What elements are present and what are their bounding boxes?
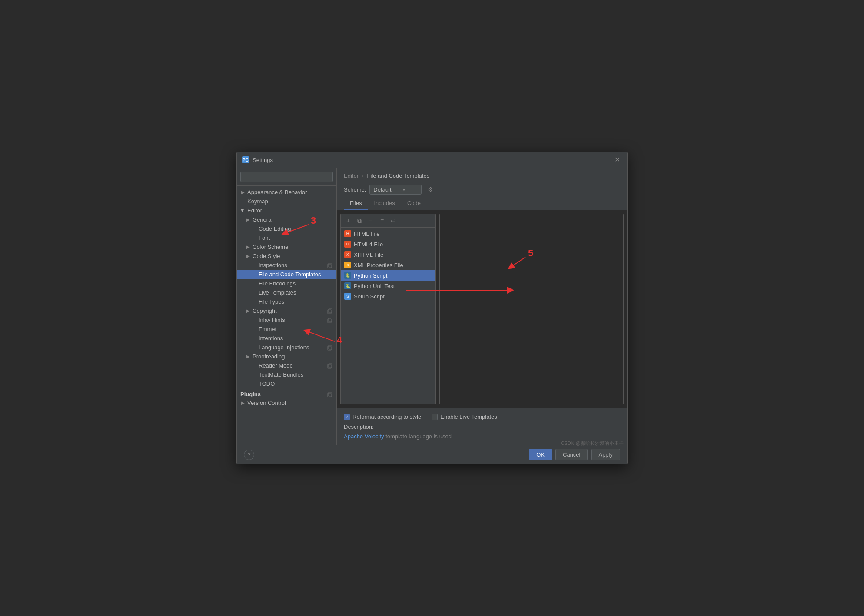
editor-panel[interactable] <box>439 214 624 404</box>
copy-icon <box>327 344 333 351</box>
breadcrumb-parent: Editor <box>344 172 359 179</box>
reformat-checkbox-item[interactable]: Reformat according to style <box>344 414 421 420</box>
sidebar-item-font[interactable]: Font <box>237 233 336 242</box>
sidebar-item-label: Plugins <box>240 391 327 397</box>
sidebar-item-general[interactable]: ▶ General <box>237 215 336 224</box>
spacer <box>252 226 257 232</box>
description-text: Apache Velocity template language is use… <box>344 433 452 440</box>
close-button[interactable]: ✕ <box>613 156 622 164</box>
reformat-checkbox[interactable] <box>344 414 350 420</box>
sidebar-item-todo[interactable]: TODO <box>237 379 336 388</box>
sidebar-item-intentions[interactable]: Intentions <box>237 334 336 343</box>
list-item[interactable]: X XML Properties File <box>341 260 435 270</box>
content-area: + ⧉ − ≡ ↩ H HTML File H HTML4 Fil <box>337 210 627 408</box>
tab-code[interactable]: Code <box>401 197 427 210</box>
sidebar-item-inspections[interactable]: Inspections <box>237 261 336 270</box>
sidebar-item-label: Language Injections <box>259 344 327 351</box>
sidebar-item-proofreading[interactable]: ▶ Proofreading <box>237 352 336 361</box>
sidebar-item-label: Reader Mode <box>259 362 327 369</box>
spacer <box>252 318 257 323</box>
sidebar-item-copyright[interactable]: ▶ Copyright <box>237 306 336 315</box>
list-item[interactable]: H HTML File <box>341 229 435 239</box>
file-item-name: Python Unit Test <box>354 283 395 289</box>
search-input[interactable] <box>240 172 333 182</box>
live-templates-checkbox-item[interactable]: Enable Live Templates <box>432 414 497 420</box>
list-item[interactable]: 🐍 Python Unit Test <box>341 281 435 291</box>
sidebar-item-language-injections[interactable]: Language Injections <box>237 343 336 352</box>
tab-files[interactable]: Files <box>344 197 368 210</box>
cancel-button[interactable]: Cancel <box>555 449 588 460</box>
setup-script-icon: S <box>344 293 351 300</box>
live-templates-checkbox[interactable] <box>432 414 438 420</box>
python-unit-test-icon: 🐍 <box>344 282 351 289</box>
title-bar-left: PC Settings <box>242 156 273 163</box>
sidebar-item-label: Editor <box>247 207 333 214</box>
expand-arrow-icon: ▶ <box>246 254 251 259</box>
description-label: Description: <box>344 424 620 430</box>
settings-dialog: PC Settings ✕ ▶ Appearance & Behavior Ke… <box>236 152 628 464</box>
sidebar-item-file-and-code-templates[interactable]: File and Code Templates <box>237 270 336 279</box>
add-template-button[interactable]: + <box>343 216 353 225</box>
svg-rect-11 <box>329 392 332 396</box>
scheme-gear-button[interactable]: ⚙ <box>425 184 435 195</box>
sidebar-item-keymap[interactable]: Keymap <box>237 197 336 206</box>
title-bar: PC Settings ✕ <box>237 152 627 168</box>
svg-rect-0 <box>328 264 331 268</box>
list-item[interactable]: X XHTML File <box>341 249 435 260</box>
spacer <box>252 336 257 341</box>
list-item[interactable]: S Setup Script <box>341 291 435 301</box>
rename-template-button[interactable]: ≡ <box>377 216 387 225</box>
sidebar-item-color-scheme[interactable]: ▶ Color Scheme <box>237 242 336 252</box>
sidebar-item-label: TextMate Bundles <box>259 371 333 378</box>
description-link[interactable]: Apache Velocity <box>344 433 384 440</box>
svg-rect-9 <box>329 364 332 368</box>
sidebar-item-code-style[interactable]: ▶ Code Style <box>237 252 336 261</box>
sidebar-item-emmet[interactable]: Emmet <box>237 325 336 334</box>
copy-icon <box>327 363 333 369</box>
sidebar-item-textmate-bundles[interactable]: TextMate Bundles <box>237 370 336 379</box>
sidebar-item-version-control[interactable]: ▶ Version Control <box>237 398 336 407</box>
list-item[interactable]: H HTML4 File <box>341 239 435 249</box>
sidebar-item-label: Code Style <box>253 253 333 259</box>
expand-arrow-icon: ▶ <box>246 354 251 359</box>
dialog-title: Settings <box>253 157 273 163</box>
expand-arrow-icon: ▶ <box>246 217 251 222</box>
sidebar-item-label: General <box>253 216 333 223</box>
sidebar-item-inlay-hints[interactable]: Inlay Hints <box>237 315 336 325</box>
html-file-icon: H <box>344 230 351 237</box>
sidebar-item-live-templates[interactable]: Live Templates <box>237 288 336 297</box>
tab-includes[interactable]: Includes <box>368 197 401 210</box>
sidebar-item-label: Intentions <box>259 335 333 341</box>
sidebar-item-plugins[interactable]: Plugins <box>237 388 336 398</box>
expand-arrow-icon: ▶ <box>240 208 246 213</box>
spacer <box>252 272 257 277</box>
sidebar-item-file-encodings[interactable]: File Encodings <box>237 279 336 288</box>
expand-arrow-icon: ▶ <box>246 245 251 250</box>
copy-template-button[interactable]: ⧉ <box>355 216 364 225</box>
ok-button[interactable]: OK <box>529 449 552 460</box>
sidebar-item-label: Emmet <box>259 326 333 332</box>
nav-tree: ▶ Appearance & Behavior Keymap ▶ Editor … <box>237 186 336 445</box>
reset-template-button[interactable]: ↩ <box>389 216 398 225</box>
sidebar-item-file-types[interactable]: File Types <box>237 297 336 306</box>
checkboxes-row: Reformat according to style Enable Live … <box>344 412 620 422</box>
file-item-name: XHTML File <box>354 252 383 258</box>
watermark: CSDN @撒哈拉沙漠的小王子 <box>561 440 624 447</box>
sidebar-item-editor[interactable]: ▶ Editor <box>237 206 336 215</box>
list-item[interactable]: 🐍 Python Script <box>341 270 435 281</box>
sidebar-item-label: File Encodings <box>259 280 333 287</box>
svg-rect-8 <box>328 364 331 368</box>
sidebar-item-appearance[interactable]: ▶ Appearance & Behavior <box>237 188 336 197</box>
apply-button[interactable]: Apply <box>591 449 620 460</box>
help-button[interactable]: ? <box>244 450 254 460</box>
sidebar-item-code-editing[interactable]: Code Editing <box>237 224 336 233</box>
sidebar-item-label: Font <box>259 235 333 241</box>
sidebar-item-label: Proofreading <box>253 353 333 360</box>
app-icon: PC <box>242 156 249 163</box>
remove-template-button[interactable]: − <box>366 216 376 225</box>
sidebar-item-label: File and Code Templates <box>259 271 333 278</box>
file-item-name: XML Properties File <box>354 262 403 268</box>
scheme-dropdown[interactable]: Default ▼ <box>369 185 422 195</box>
reformat-label: Reformat according to style <box>352 414 421 420</box>
sidebar-item-reader-mode[interactable]: Reader Mode <box>237 361 336 370</box>
